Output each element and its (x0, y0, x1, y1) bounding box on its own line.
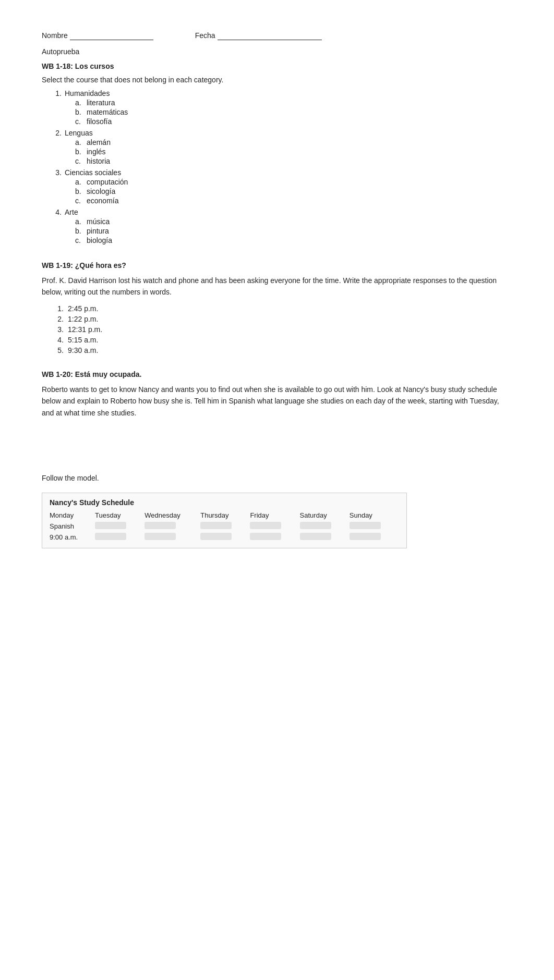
cell-sunday-subject (350, 521, 399, 532)
table-row: Spanish (50, 521, 399, 532)
col-tuesday: Tuesday (95, 510, 144, 521)
list-item: 2.1:22 p.m. (54, 315, 512, 323)
cell-tuesday-time (95, 532, 144, 543)
cell-wednesday-time (144, 532, 200, 543)
list-item: c.filosofía (75, 117, 128, 126)
wb119-title: WB 1-19: ¿Qué hora es? (42, 261, 512, 270)
list-item: b.sicología (75, 187, 128, 195)
list-item: 3.12:31 p.m. (54, 325, 512, 334)
list-item: b.matemáticas (75, 108, 128, 116)
sub-list: a.alemán b.inglés c.historia (65, 138, 111, 165)
list-num: 3. (52, 168, 62, 206)
list-item: 4.5:15 a.m. (54, 336, 512, 344)
list-item: b.inglés (75, 148, 111, 156)
list-item: c.biología (75, 236, 112, 244)
list-item: 4. Arte a.música b.pintura c.biología (52, 208, 512, 246)
col-sunday: Sunday (350, 510, 399, 521)
category-name: Ciencias sociales (65, 168, 121, 177)
list-num: 1. (52, 89, 62, 127)
schedule-table: Monday Tuesday Wednesday Thursday Friday… (50, 510, 399, 543)
list-item: 2. Lenguas a.alemán b.inglés c.historia (52, 129, 512, 166)
nombre-underline (70, 31, 153, 40)
category-name: Lenguas (65, 129, 93, 137)
col-thursday: Thursday (200, 510, 250, 521)
sub-list: a.computación b.sicología c.economía (65, 178, 128, 205)
writing-space (42, 425, 512, 467)
list-num: 2. (52, 129, 62, 166)
table-header-row: Monday Tuesday Wednesday Thursday Friday… (50, 510, 399, 521)
cell-thursday-subject (200, 521, 250, 532)
cell-saturday-time (300, 532, 350, 543)
list-item: a.computación (75, 178, 128, 186)
col-friday: Friday (250, 510, 299, 521)
list-item: 3. Ciencias sociales a.computación b.sic… (52, 168, 512, 206)
cell-sunday-time (350, 532, 399, 543)
header: Nombre Fecha (42, 31, 512, 40)
cell-monday-subject: Spanish (50, 521, 95, 532)
list-item: 1. Humanidades a.literatura b.matemática… (52, 89, 512, 127)
list-item: b.pintura (75, 227, 112, 235)
schedule-title: Nancy's Study Schedule (50, 498, 399, 507)
list-item: a.literatura (75, 99, 128, 107)
col-monday: Monday (50, 510, 95, 521)
list-item: 5.9:30 a.m. (54, 346, 512, 354)
schedule-container: Nancy's Study Schedule Monday Tuesday We… (42, 493, 407, 548)
fecha-label: Fecha (195, 31, 215, 40)
fecha-field: Fecha (195, 31, 322, 40)
fecha-underline (218, 31, 322, 40)
wb120-instruction: Roberto wants to get to know Nancy and w… (42, 384, 512, 419)
wb119-times-list: 1.2:45 p.m. 2.1:22 p.m. 3.12:31 p.m. 4.5… (42, 304, 512, 354)
list-item: c.economía (75, 197, 128, 205)
cell-friday-time (250, 532, 299, 543)
nombre-field: Nombre (42, 31, 153, 40)
sub-list: a.música b.pintura c.biología (65, 217, 112, 244)
list-item: c.historia (75, 157, 111, 165)
col-saturday: Saturday (300, 510, 350, 521)
cell-friday-subject (250, 521, 299, 532)
list-num: 4. (52, 208, 62, 246)
list-item: a.alemán (75, 138, 111, 146)
table-row: 9:00 a.m. (50, 532, 399, 543)
cell-saturday-subject (300, 521, 350, 532)
category-name: Arte (65, 208, 78, 216)
cell-tuesday-subject (95, 521, 144, 532)
nombre-label: Nombre (42, 31, 68, 40)
wb118-list: 1. Humanidades a.literatura b.matemática… (42, 89, 512, 246)
wb119-instruction: Prof. K. David Harrison lost his watch a… (42, 275, 512, 298)
cell-thursday-time (200, 532, 250, 543)
wb120-title: WB 1-20: Está muy ocupada. (42, 370, 512, 378)
wb118-instruction: Select the course that does not belong i… (42, 76, 512, 84)
cell-monday-time: 9:00 a.m. (50, 532, 95, 543)
cell-wednesday-subject (144, 521, 200, 532)
wb118-title: WB 1-18: Los cursos (42, 62, 512, 70)
autoprueba-label: Autoprueba (42, 47, 512, 56)
category-name: Humanidades (65, 89, 110, 97)
follow-model-text: Follow the model. (42, 474, 512, 482)
sub-list: a.literatura b.matemáticas c.filosofía (65, 99, 128, 126)
list-item: a.música (75, 217, 112, 226)
col-wednesday: Wednesday (144, 510, 200, 521)
list-item: 1.2:45 p.m. (54, 304, 512, 313)
